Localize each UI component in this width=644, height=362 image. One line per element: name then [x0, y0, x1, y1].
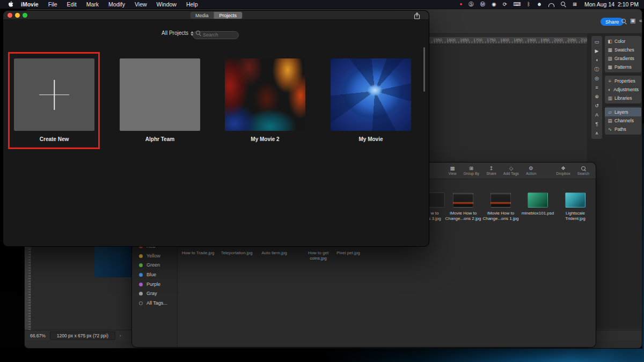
tag-gray[interactable]: Gray [139, 290, 157, 297]
panel-gradients[interactable]: ▨Gradients [605, 54, 641, 63]
share-button[interactable]: Share [601, 18, 624, 26]
file-thumbnail[interactable] [565, 193, 586, 208]
file-thumbnail[interactable] [453, 193, 473, 208]
tab-projects[interactable]: Projects [214, 12, 243, 19]
tag-label: All Tags... [147, 300, 167, 306]
apple-menu[interactable] [5, 1, 16, 8]
file-thumbnail[interactable] [528, 193, 548, 208]
project-thumbnail[interactable] [331, 58, 411, 131]
menu-window[interactable]: Window [152, 0, 181, 9]
sync-icon[interactable]: ⟳ [503, 0, 507, 9]
panel-paths[interactable]: ∿Paths [605, 125, 641, 134]
panel-color[interactable]: ◧Color [605, 37, 641, 46]
tag-dot [139, 292, 143, 295]
channels-panel-icon: ▤ [608, 118, 612, 123]
play-icon[interactable]: ▶ [595, 48, 599, 54]
panel-patterns[interactable]: ▩Patterns [605, 63, 641, 71]
panel-swatches[interactable]: ▦Swatches [605, 46, 641, 54]
menu-view[interactable]: View [130, 0, 152, 9]
toolbar-label: Share [486, 171, 496, 176]
panel-libraries[interactable]: ▥Libraries [605, 94, 641, 102]
panel-layers[interactable]: ▱Layers [605, 108, 641, 116]
tag-all-tags[interactable]: All Tags... [139, 299, 167, 307]
collapse-panels-icon[interactable]: « [639, 18, 642, 24]
menu-file[interactable]: File [43, 0, 62, 9]
tag-label: Yellow [147, 253, 160, 258]
panel-group: ≡Properties ◐Adjustments ▥Libraries [605, 76, 641, 104]
menu-mark[interactable]: Mark [82, 0, 104, 9]
comment-icon[interactable]: ◖ [595, 57, 598, 63]
panel-adjustments[interactable]: ◐Adjustments [605, 85, 641, 94]
menu-modify[interactable]: Modify [104, 0, 130, 9]
panel-channels[interactable]: ▤Channels [605, 116, 641, 125]
eyedropper-icon[interactable]: ◎ [595, 76, 599, 81]
close-button[interactable] [8, 13, 12, 18]
media-projects-segmented-control: Media Projects [190, 12, 242, 19]
gmail-icon[interactable]: Ⓜ [480, 0, 486, 9]
toolbar-view[interactable]: ▦View [449, 165, 457, 176]
project-card-my-movie[interactable]: My Movie [331, 58, 411, 142]
menu-edit[interactable]: Edit [62, 0, 82, 9]
bluetooth-icon[interactable]: ᛒ [527, 0, 530, 9]
tab-media[interactable]: Media [190, 12, 214, 19]
tag-blue[interactable]: Blue [139, 271, 156, 278]
file-label[interactable]: iMovie How to Change...ons 2.jpg [445, 211, 481, 222]
tag-green[interactable]: Green [139, 261, 160, 269]
rotate-view-icon[interactable]: ↺ [595, 103, 599, 108]
tag-purple[interactable]: Purple [139, 280, 160, 288]
tag-dot [139, 263, 143, 267]
project-thumbnail[interactable] [120, 58, 200, 131]
paragraph-icon[interactable]: ¶ [596, 121, 598, 127]
gradients-panel-icon: ▨ [608, 56, 612, 61]
paths-panel-icon: ∿ [608, 127, 612, 132]
share-icon: ↥ [489, 165, 493, 171]
toolbar-search[interactable]: Search [577, 165, 589, 176]
skype-icon[interactable]: Ⓢ [469, 0, 474, 9]
layers-panel-icon: ▱ [608, 109, 612, 115]
glyphs-icon[interactable]: ᴀ [596, 130, 598, 136]
panel-label: Swatches [614, 47, 634, 53]
file-label[interactable]: Teleportation.jpg [217, 250, 256, 256]
file-label[interactable]: Pixel pet.jpg [329, 250, 368, 256]
toolbar-add-tags[interactable]: ◇Add Tags [503, 165, 519, 176]
wifi-icon[interactable] [548, 2, 554, 7]
project-card-alphr-team[interactable]: Alphr Team [120, 58, 200, 142]
file-label[interactable]: Lightscale Trident.jpg [557, 211, 594, 222]
toolbar-action[interactable]: ⚙Action [526, 165, 536, 176]
file-label[interactable]: Auto farm.jpg [255, 250, 294, 256]
zoom-level[interactable]: 66.67% [30, 333, 46, 338]
project-card-my-movie-2[interactable]: My Movie 2 [225, 58, 305, 142]
camera-icon[interactable]: ◉ [492, 0, 496, 9]
tag-yellow[interactable]: Yellow [139, 252, 160, 260]
panels-toggle-icon[interactable]: ▣ [630, 17, 635, 24]
menu-bar-clock[interactable]: Mon Aug 14 2:10 PM [583, 1, 639, 8]
minimize-button[interactable] [15, 13, 20, 18]
toolbar-group-by[interactable]: ⊞Group By [464, 165, 480, 176]
search-icon[interactable] [621, 19, 627, 24]
file-label[interactable]: iMovie How to Change...ons 1.jpg [482, 211, 519, 222]
toolbar-dropbox[interactable]: ❖Dropbox [556, 165, 570, 176]
control-center-icon[interactable]: ⊞ [573, 0, 577, 9]
type-tool-icon[interactable]: A [595, 112, 598, 117]
panel-properties[interactable]: ≡Properties [605, 77, 641, 85]
user-switch-icon[interactable]: ☻ [537, 0, 542, 9]
move-tool-icon[interactable]: ▭ [595, 39, 599, 45]
status-chevron-icon[interactable]: › [120, 333, 121, 338]
spotlight-icon[interactable] [561, 2, 566, 7]
scrollbar[interactable] [423, 47, 425, 92]
screen-recording-icon[interactable]: ● [460, 0, 463, 9]
menu-help[interactable]: Help [181, 0, 203, 9]
toolbar-share[interactable]: ↥Share [486, 165, 496, 176]
project-thumbnail[interactable] [225, 58, 305, 131]
zoom-button[interactable] [23, 13, 27, 18]
projects-filter-popup[interactable]: All Projects [162, 30, 194, 36]
keyboard-icon[interactable]: ⌨ [514, 0, 521, 9]
file-label[interactable]: How to Trade.jpg [179, 250, 217, 256]
file-label[interactable]: mineblox101.psd [519, 211, 556, 216]
file-thumbnail[interactable] [491, 193, 511, 208]
zoom-tool-icon[interactable]: ⊕ [595, 94, 599, 99]
share-icon[interactable] [414, 12, 420, 21]
info-icon[interactable]: ⓘ [595, 67, 599, 72]
adjustments-icon[interactable]: ≡ [595, 85, 598, 90]
menu-imovie[interactable]: iMovie [16, 0, 43, 9]
